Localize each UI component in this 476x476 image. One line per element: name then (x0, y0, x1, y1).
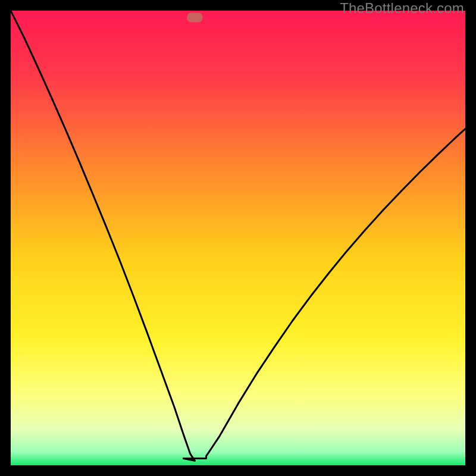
optimal-point-marker (187, 13, 202, 23)
bottleneck-chart (11, 11, 465, 465)
watermark-text: TheBottleneck.com (340, 0, 464, 17)
gradient-background (11, 11, 465, 465)
chart-frame (11, 11, 465, 465)
